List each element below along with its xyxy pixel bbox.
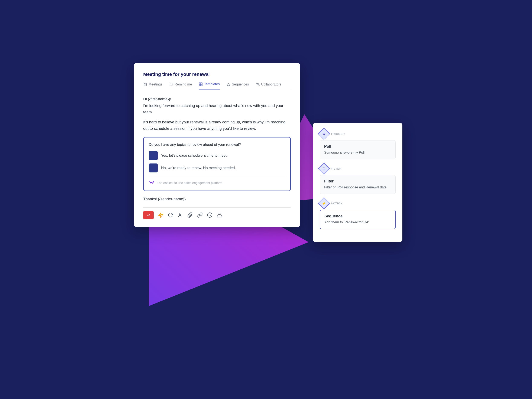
action-content: Sequence Add them to 'Renewal for Q4' xyxy=(320,210,396,229)
svg-point-10 xyxy=(256,83,258,84)
email-body: Hi {{first-name}}! I'm looking forward t… xyxy=(143,96,291,132)
action-lightning-icon: ⚡ xyxy=(322,201,326,205)
filter-label: FILTER xyxy=(331,167,342,170)
trigger-header: ★ TRIGGER xyxy=(320,130,396,138)
link-icon[interactable] xyxy=(197,212,203,218)
tab-remind-label: Remind me xyxy=(175,82,192,86)
tab-templates[interactable]: Templates xyxy=(199,82,220,90)
action-diamond: ⚡ xyxy=(318,197,330,209)
poll-option-2[interactable]: No, we're ready to renew. No meeting nee… xyxy=(149,164,285,172)
action-step: ⚡ ACTION Sequence Add them to 'Renewal f… xyxy=(320,199,396,229)
trigger-name: Poll xyxy=(324,144,391,149)
poll-box: Do you have any topics to review ahead o… xyxy=(143,137,291,191)
action-name: Sequence xyxy=(324,214,391,218)
template-icon xyxy=(199,82,203,86)
svg-marker-12 xyxy=(158,213,163,218)
body-greeting: Hi {{first-name}}! xyxy=(143,97,171,101)
svg-point-11 xyxy=(258,83,259,84)
action-label: ACTION xyxy=(331,202,343,205)
poll-footer-text: The easiest to use sales engagement plat… xyxy=(157,181,222,184)
filter-diamond: ⬡ xyxy=(318,163,330,175)
trigger-label: TRIGGER xyxy=(331,132,345,136)
email-signature: Thanks! {{sender-name}} xyxy=(143,197,291,201)
svg-rect-8 xyxy=(199,84,201,86)
tab-sequences-label: Sequences xyxy=(232,82,249,86)
trigger-diamond: ★ xyxy=(318,128,330,140)
tab-collaborators[interactable]: Collaborators xyxy=(256,82,281,86)
action-description: Add them to 'Renewal for Q4' xyxy=(324,220,391,225)
filter-description: Filter on Poll response and Renewal date xyxy=(324,185,391,190)
filter-icon: ⬡ xyxy=(323,167,325,171)
lightning-icon[interactable] xyxy=(158,212,164,218)
email-card: Meeting time for your renewal Meetings xyxy=(134,63,300,227)
svg-point-13 xyxy=(207,213,212,218)
svg-rect-9 xyxy=(201,84,202,86)
tab-meetings-label: Meetings xyxy=(149,82,162,86)
filter-step: ⬡ FILTER Filter Filter on Poll response … xyxy=(320,164,396,194)
trigger-step: ★ TRIGGER Poll Someone answers my Poll xyxy=(320,130,396,159)
automation-card: ★ TRIGGER Poll Someone answers my Poll ⬡… xyxy=(313,123,402,242)
attach-icon[interactable] xyxy=(187,212,193,218)
layers-icon xyxy=(227,82,230,86)
trigger-content: Poll Someone answers my Poll xyxy=(320,140,396,159)
poll-footer: The easiest to use sales engagement plat… xyxy=(149,177,285,185)
tab-collaborators-label: Collaborators xyxy=(261,82,281,86)
filter-name: Filter xyxy=(324,179,391,184)
poll-question: Do you have any topics to review ahead o… xyxy=(149,143,285,147)
tab-templates-label: Templates xyxy=(204,82,220,86)
action-header: ⚡ ACTION xyxy=(320,199,396,208)
tab-remind[interactable]: Remind me xyxy=(169,82,192,86)
emoji-icon[interactable] xyxy=(207,212,213,218)
body-renewal: It's hard to believe but your renewal is… xyxy=(143,119,291,132)
calendar-icon xyxy=(143,82,147,86)
email-tabs: Meetings Remind me Templates xyxy=(143,82,291,90)
bell-icon xyxy=(169,82,173,86)
poll-option-2-text: No, we're ready to renew. No meeting nee… xyxy=(161,166,236,170)
tab-meetings[interactable]: Meetings xyxy=(143,82,162,86)
send-button[interactable]: ↩ xyxy=(143,211,154,219)
poll-option-1[interactable]: Yes, let's please schedule a time to mee… xyxy=(149,151,285,160)
filter-header: ⬡ FILTER xyxy=(320,164,396,173)
email-title: Meeting time for your renewal xyxy=(143,72,291,77)
tab-sequences[interactable]: Sequences xyxy=(227,82,249,86)
svg-rect-7 xyxy=(201,83,202,84)
trigger-description: Someone answers my Poll xyxy=(324,150,391,155)
poll-btn-2[interactable] xyxy=(149,164,158,172)
logo-icon xyxy=(149,180,155,185)
poll-btn-1[interactable] xyxy=(149,151,158,160)
svg-rect-2 xyxy=(144,83,147,86)
text-format-icon[interactable] xyxy=(177,212,183,218)
alert-icon[interactable] xyxy=(217,212,222,218)
svg-rect-6 xyxy=(199,83,201,84)
refresh-icon[interactable] xyxy=(168,212,173,218)
filter-content: Filter Filter on Poll response and Renew… xyxy=(320,175,396,194)
poll-option-1-text: Yes, let's please schedule a time to mee… xyxy=(161,153,228,158)
email-toolbar: ↩ xyxy=(143,207,291,219)
star-icon: ★ xyxy=(323,132,325,136)
body-intro: I'm looking forward to catching up and h… xyxy=(143,104,283,114)
users-icon xyxy=(256,82,260,86)
